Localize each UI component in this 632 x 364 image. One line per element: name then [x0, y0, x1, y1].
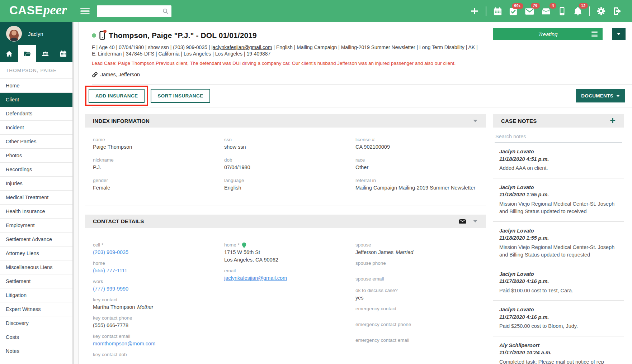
client-email-link[interactable]: jaclynkafesjian@gmail.com: [211, 44, 272, 50]
field-value: Paige Thompson: [93, 143, 224, 151]
sidebar-item-notes[interactable]: Notes: [0, 344, 72, 358]
tab-calendar[interactable]: [55, 45, 73, 62]
field-label: key contact: [93, 296, 224, 303]
inbox-icon[interactable]: 4: [541, 6, 551, 16]
tab-contacts[interactable]: [36, 45, 55, 62]
mobile-icon[interactable]: [558, 6, 566, 16]
tab-case-folder[interactable]: [18, 45, 37, 62]
tab-home[interactable]: [0, 45, 18, 62]
field-emergency-contact-email: emergency contact email: [355, 337, 487, 349]
note-timestamp: 11/17/2020 4:16 p.m.: [499, 278, 621, 285]
field-key-contact-dob: key contact dob: [93, 351, 224, 363]
sidebar-item-home[interactable]: Home: [0, 79, 72, 93]
logout-icon[interactable]: [613, 6, 622, 16]
sidebar-item-costs[interactable]: Costs: [0, 330, 72, 344]
field-value: Female: [93, 184, 224, 192]
contact-details-header[interactable]: CONTACT DETAILS: [85, 215, 486, 228]
case-actions-dropdown-button[interactable]: [612, 28, 626, 40]
index-information-header[interactable]: INDEX INFORMATION: [85, 114, 486, 128]
add-insurance-button[interactable]: ADD INSURANCE: [89, 89, 145, 103]
field-work-phone: work (777) 999-9990: [93, 278, 224, 293]
sidebar-item-incident[interactable]: Incident: [0, 121, 72, 135]
field-label: ssn: [224, 136, 355, 143]
sidebar-item-expert-witness[interactable]: Expert Witness: [0, 302, 72, 316]
field-value: (555) 666-7778: [93, 322, 224, 329]
casepeer-app: CASEpeer 99+ 76: [0, 0, 632, 364]
sidebar-item-miscellaneous-liens[interactable]: Miscellaneous Liens: [0, 260, 72, 274]
calendar-icon[interactable]: [493, 7, 502, 16]
field-value[interactable]: show ssn: [224, 143, 355, 151]
field-spouse-phone: spouse phone: [355, 260, 487, 272]
sidebar-item-injuries[interactable]: Injuries: [0, 177, 72, 191]
menu-hamburger-icon[interactable]: [80, 8, 90, 15]
sort-insurance-button[interactable]: SORT INSURANCE: [151, 89, 210, 103]
notifications-bell-icon[interactable]: 12: [573, 6, 583, 16]
sidebar-item-photos[interactable]: Photos: [0, 149, 72, 163]
search-icon[interactable]: [162, 8, 169, 14]
field-value-suffix: Married: [396, 249, 413, 255]
sidebar-item-employment[interactable]: Employment: [0, 219, 72, 233]
info1-pre: F | Age 40 | 07/04/1980 | show ssn | (20…: [92, 44, 211, 50]
sidebar-scrollbar[interactable]: [73, 22, 79, 364]
field-value-empty: [355, 267, 487, 272]
related-case-link[interactable]: James, Jefferson: [100, 72, 140, 77]
sidebar-item-settlement-advance[interactable]: Settlement Advance: [0, 233, 72, 246]
mobile-phone-icon: [99, 31, 105, 40]
contact-column-1: cell * (203) 909-0035 home (555) 777-111…: [93, 241, 224, 364]
contact-details-body: cell * (203) 909-0035 home (555) 777-111…: [85, 228, 486, 364]
field-value: Other: [355, 164, 486, 171]
inbox-badge: 4: [550, 3, 556, 9]
field-label: license #: [355, 136, 486, 143]
sidebar-item-settlement[interactable]: Settlement: [0, 274, 72, 288]
field-value-empty: [355, 312, 487, 317]
map-pin-icon[interactable]: [242, 242, 246, 248]
sidebar-item-other-parties[interactable]: Other Parties: [0, 135, 72, 149]
case-sidebar: Jaclyn THOMPSON, PAIGE Home Client Defen…: [0, 22, 73, 364]
client-info-line-2: E. Linderman | 347845-DFS | California |…: [92, 51, 632, 57]
field-label: home: [93, 260, 224, 267]
add-note-button[interactable]: +: [610, 116, 616, 126]
field-value: Martha Thompson: [93, 304, 135, 310]
note-text: Paid $100.00 cost to Test, Cara.: [499, 287, 621, 295]
field-emergency-contact: emergency contact: [355, 305, 487, 317]
field-label: home *: [224, 241, 240, 249]
field-label: key contact dob: [93, 351, 224, 358]
work-phone-link[interactable]: (777) 999-9990: [93, 286, 128, 292]
sidebar-item-discovery[interactable]: Discovery: [0, 316, 72, 330]
field-value-empty: [355, 344, 487, 349]
field-key-contact: key contact Martha ThompsonMother: [93, 296, 224, 311]
add-icon[interactable]: [470, 7, 479, 15]
notes-search-input[interactable]: [495, 131, 622, 143]
home-phone-link[interactable]: (555) 777-1111: [93, 268, 127, 273]
settings-gear-icon[interactable]: [596, 6, 606, 16]
note-text: Added AAA on client.: [499, 164, 621, 172]
field-value: yes: [355, 294, 487, 302]
sidebar-item-attorney-liens[interactable]: Attorney Liens: [0, 246, 72, 260]
mail-icon[interactable]: 76: [525, 6, 534, 16]
tasks-icon[interactable]: 99+: [509, 7, 518, 16]
sidebar-item-defendants[interactable]: Defendants: [0, 107, 72, 121]
case-status-button[interactable]: Treating: [493, 28, 603, 40]
field-value: Jefferson James: [355, 249, 393, 255]
key-contact-email-link[interactable]: momthompson@mom.com: [93, 341, 155, 346]
field-home-address: home * 1715 W 56th St Los Angeles, CA 90…: [224, 241, 355, 264]
sidebar-item-medical-treatment[interactable]: Medical Treatment: [0, 191, 72, 205]
collapse-caret-icon[interactable]: [473, 220, 477, 222]
sidebar-item-client[interactable]: Client: [0, 93, 72, 107]
sidebar-item-health-insurance[interactable]: Health Insurance: [0, 205, 72, 219]
case-status-dot: [92, 33, 96, 38]
note-author: Jaclyn Lovato: [499, 270, 621, 278]
annotation-highlight-box: ADD INSURANCE: [85, 86, 148, 106]
documents-dropdown-button[interactable]: DOCUMENTS: [576, 89, 625, 102]
sidebar-item-recordings[interactable]: Recordings: [0, 163, 72, 177]
note-author: Jaclyn Lovato: [499, 306, 621, 313]
global-search-input[interactable]: [100, 8, 162, 14]
cell-phone-link[interactable]: (203) 909-0035: [93, 249, 128, 255]
index-information-body: name Paige Thompson ssn show ssn license…: [85, 128, 486, 203]
email-envelope-icon[interactable]: [459, 219, 466, 224]
field-label: spouse email: [355, 276, 487, 283]
sidebar-item-litigation[interactable]: Litigation: [0, 288, 72, 302]
collapse-caret-icon[interactable]: [473, 120, 477, 122]
field-email: email jaclynkafesjian@gmail.com: [224, 267, 355, 282]
client-email-link[interactable]: jaclynkafesjian@gmail.com: [224, 275, 287, 281]
